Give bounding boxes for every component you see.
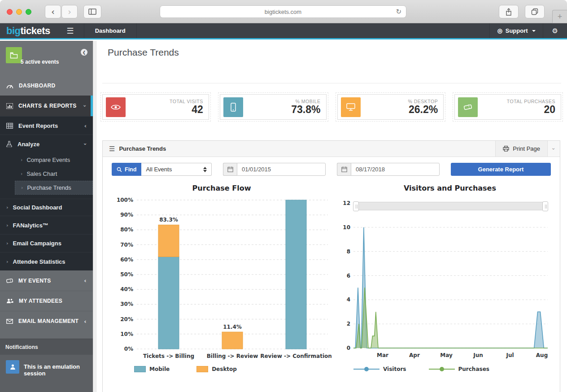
stat-card-percent-desktop: % DESKTOP 26.2%: [337, 94, 444, 120]
chevron-right-icon: ›: [6, 240, 9, 246]
navbar-item-dashboard[interactable]: Dashboard: [84, 23, 137, 38]
chevron-right-icon: ›: [6, 259, 9, 265]
stat-card-total-visits: TOTAL VISITS 42: [102, 94, 209, 120]
date-to-input[interactable]: [351, 163, 440, 176]
visitors-purchases-plot: 024681012MarAprMayJunJulAug: [342, 195, 558, 360]
sidebar: 5 active events ❮ DASHBOARD CHA: [0, 41, 93, 392]
gear-icon: ⚙: [552, 27, 558, 35]
date-from-input[interactable]: [237, 163, 326, 176]
sidebar-item-charts-reports[interactable]: CHARTS & REPORTS ›: [0, 96, 93, 116]
user-icon: [10, 364, 16, 370]
address-bar[interactable]: bigtickets.com ↻: [160, 5, 406, 18]
minimize-window-button[interactable]: [16, 9, 22, 15]
sidebar-item-label: Attendee Statistics: [13, 258, 65, 265]
app-logo[interactable]: big tickets: [0, 23, 57, 38]
share-button[interactable]: [499, 5, 519, 18]
find-button[interactable]: Find: [112, 163, 141, 176]
sidebar-item-my-events[interactable]: MY EVENTS ‹: [0, 270, 93, 291]
sidebar-item-label: MY ATTENDEES: [19, 298, 62, 304]
chevron-right-icon: ›: [6, 205, 9, 210]
svg-text:0%: 0%: [124, 346, 133, 352]
svg-text:10%: 10%: [120, 331, 133, 337]
stat-value: 42: [170, 104, 203, 115]
sidebar-lower-group: MY EVENTS ‹ MY ATTENDEES: [0, 270, 93, 339]
stat-value: 20: [507, 104, 555, 115]
chevron-down-icon: ›: [551, 148, 557, 150]
url-text: bigtickets.com: [265, 9, 301, 15]
sidebar-scrollbar[interactable]: [93, 41, 96, 392]
sidebar-subitem-purchase-trends[interactable]: › Purchase Trends: [15, 181, 93, 195]
stat-card-total-purchases: TOTAL PURCHASES 20: [454, 94, 561, 120]
back-icon: ‹: [51, 8, 55, 16]
navbar-menu-toggle[interactable]: ☰: [57, 23, 84, 38]
support-menu[interactable]: ◎ Support: [489, 23, 542, 38]
print-page-button[interactable]: Print Page: [495, 141, 547, 157]
chart-range-slider[interactable]: [353, 202, 548, 210]
panel-options-button[interactable]: ›: [547, 141, 560, 157]
sidebar-collapse-button[interactable]: ❮: [81, 49, 87, 56]
active-events-label: 5 active events: [21, 59, 59, 65]
sidebar-events-summary: 5 active events ❮ DASHBOARD: [0, 41, 93, 96]
svg-text:60%: 60%: [120, 257, 133, 263]
sidebar-subitem-sales-chart[interactable]: › Sales Chart: [15, 167, 93, 181]
sidebar-toggle-button[interactable]: [83, 5, 101, 18]
sidebar-item-dashboard[interactable]: DASHBOARD: [0, 76, 93, 96]
svg-text:12: 12: [343, 200, 350, 206]
range-slider-left-handle[interactable]: [353, 201, 359, 211]
legend-swatch: [196, 366, 208, 372]
sidebar-item-email-management[interactable]: EMAIL MANAGEMENT ‹: [0, 311, 93, 331]
sidebar-item-email-campaigns[interactable]: › Email Campaigns: [0, 234, 93, 252]
close-window-button[interactable]: [7, 9, 13, 15]
legend-line-swatch: [353, 367, 379, 371]
sidebar-item-analyze[interactable]: Analyze ›: [0, 135, 93, 153]
sidebar-item-label: Purchase Trends: [27, 184, 71, 191]
legend-item[interactable]: Mobile: [134, 366, 170, 372]
event-filter-group: Find All Events: [112, 163, 212, 176]
range-slider-right-handle[interactable]: [542, 201, 548, 211]
reload-icon[interactable]: ↻: [396, 8, 401, 16]
chevron-right-icon: ›: [21, 171, 22, 177]
chevron-left-icon: ‹: [84, 318, 87, 324]
svg-text:8: 8: [347, 248, 350, 255]
zoom-window-button[interactable]: [26, 9, 31, 15]
forward-button[interactable]: ›: [61, 5, 78, 18]
chevron-right-icon: ›: [21, 157, 22, 163]
sidebar-item-label: EMAIL MANAGEMENT: [18, 318, 79, 324]
chevron-down-icon: ›: [83, 105, 88, 107]
purchase-flow-legend: MobileDesktop: [134, 366, 331, 372]
chevron-left-icon: ‹: [84, 278, 87, 283]
find-label: Find: [125, 166, 136, 173]
new-tab-button[interactable]: +: [552, 10, 567, 23]
browser-window: ‹ › bigtickets.com ↻: [0, 0, 567, 392]
back-button[interactable]: ‹: [45, 5, 61, 18]
sidebar-item-event-reports[interactable]: Event Reports ‹: [0, 116, 93, 135]
event-select[interactable]: All Events: [141, 163, 212, 176]
chevron-right-icon: ›: [6, 222, 9, 228]
tabs-overview-button[interactable]: [525, 5, 545, 18]
stat-value: 73.8%: [291, 104, 320, 115]
svg-text:6: 6: [347, 273, 350, 279]
legend-item[interactable]: Visitors: [353, 366, 406, 372]
sidebar-subitem-compare-events[interactable]: › Compare Events: [15, 153, 93, 167]
svg-text:Tickets -> Billing: Tickets -> Billing: [143, 353, 194, 359]
event-select-value: All Events: [146, 166, 172, 173]
legend-item[interactable]: Desktop: [196, 366, 237, 372]
legend-item[interactable]: Purchases: [429, 366, 489, 372]
settings-menu[interactable]: ⚙: [543, 23, 567, 38]
chevron-right-icon: ›: [21, 185, 23, 191]
printer-icon: [503, 146, 509, 152]
divider: [102, 83, 561, 83]
generate-report-button[interactable]: Generate Report: [451, 163, 551, 176]
sidebar-item-attendee-statistics[interactable]: › Attendee Statistics: [0, 252, 93, 270]
sidebar-item-social-dashboard[interactable]: › Social Dashboard: [0, 199, 93, 216]
sidebar-item-my-attendees[interactable]: MY ATTENDEES: [0, 291, 93, 311]
table-icon: [6, 123, 13, 129]
active-events-icon[interactable]: [6, 47, 22, 63]
legend-line-swatch: [429, 367, 455, 371]
print-page-label: Print Page: [513, 145, 540, 152]
svg-text:10: 10: [343, 224, 350, 231]
sidebar-item-fanalytics[interactable]: › FANalytics™: [0, 216, 93, 234]
analyze-submenu: › Compare Events › Sales Chart › Purchas…: [15, 153, 93, 196]
panel-menu-icon[interactable]: ☰: [109, 145, 115, 153]
window-controls: [7, 9, 31, 15]
